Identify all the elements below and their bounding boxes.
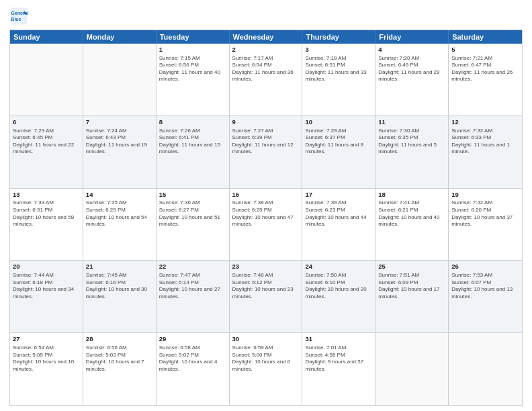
calendar-cell: 1Sunrise: 7:15 AMSunset: 6:56 PMDaylight… <box>157 44 230 116</box>
day-number: 17 <box>305 191 372 199</box>
day-number: 30 <box>232 335 300 344</box>
calendar-page: General Blue SundayMondayTuesdayWednesda… <box>0 0 532 411</box>
cell-info: Sunrise: 7:20 AMSunset: 6:49 PMDaylight:… <box>378 55 445 83</box>
calendar-cell: 28Sunrise: 6:56 AMSunset: 5:03 PMDayligh… <box>83 333 157 405</box>
day-number: 3 <box>305 46 372 54</box>
day-number: 28 <box>86 335 153 344</box>
calendar-cell: 9Sunrise: 7:27 AMSunset: 6:39 PMDaylight… <box>230 116 303 188</box>
calendar-cell: 15Sunrise: 7:36 AMSunset: 6:27 PMDayligh… <box>157 189 230 261</box>
svg-rect-0 <box>11 8 28 25</box>
cell-info: Sunrise: 7:01 AMSunset: 4:58 PMDaylight:… <box>305 345 372 373</box>
svg-text:Blue: Blue <box>11 17 21 21</box>
day-number: 8 <box>159 118 226 127</box>
cell-info: Sunrise: 7:18 AMSunset: 6:51 PMDaylight:… <box>305 55 372 83</box>
cell-info: Sunrise: 7:30 AMSunset: 6:35 PMDaylight:… <box>378 128 445 156</box>
cell-info: Sunrise: 7:15 AMSunset: 6:56 PMDaylight:… <box>159 55 226 83</box>
cell-info: Sunrise: 7:23 AMSunset: 6:45 PMDaylight:… <box>13 128 80 156</box>
calendar-cell: 24Sunrise: 7:50 AMSunset: 6:10 PMDayligh… <box>302 261 375 332</box>
day-number: 24 <box>305 263 372 271</box>
cell-info: Sunrise: 7:36 AMSunset: 6:27 PMDaylight:… <box>159 199 226 228</box>
calendar-cell: 6Sunrise: 7:23 AMSunset: 6:45 PMDaylight… <box>10 116 83 188</box>
cell-info: Sunrise: 7:27 AMSunset: 6:39 PMDaylight:… <box>232 128 300 156</box>
day-number: 11 <box>378 118 445 127</box>
day-number: 12 <box>451 118 519 127</box>
cell-info: Sunrise: 6:54 AMSunset: 5:05 PMDaylight:… <box>13 345 80 373</box>
cell-info: Sunrise: 6:59 AMSunset: 5:00 PMDaylight:… <box>232 345 300 373</box>
day-number: 13 <box>13 191 80 199</box>
calendar-cell: 20Sunrise: 7:44 AMSunset: 6:18 PMDayligh… <box>10 261 83 332</box>
day-number: 29 <box>159 335 226 344</box>
calendar-cell: 26Sunrise: 7:53 AMSunset: 6:07 PMDayligh… <box>449 261 522 332</box>
header-day-tuesday: Tuesday <box>157 30 230 44</box>
cell-info: Sunrise: 7:29 AMSunset: 6:37 PMDaylight:… <box>305 128 372 156</box>
calendar-cell: 2Sunrise: 7:17 AMSunset: 6:54 PMDaylight… <box>230 44 303 116</box>
cell-info: Sunrise: 7:26 AMSunset: 6:41 PMDaylight:… <box>159 128 226 156</box>
calendar-cell: 3Sunrise: 7:18 AMSunset: 6:51 PMDaylight… <box>302 44 375 116</box>
calendar-cell: 11Sunrise: 7:30 AMSunset: 6:35 PMDayligh… <box>375 116 449 188</box>
calendar-cell: 10Sunrise: 7:29 AMSunset: 6:37 PMDayligh… <box>302 116 375 188</box>
calendar-cell: 7Sunrise: 7:24 AMSunset: 6:43 PMDaylight… <box>83 116 157 188</box>
calendar-cell <box>449 333 522 405</box>
cell-info: Sunrise: 7:38 AMSunset: 6:25 PMDaylight:… <box>232 199 300 228</box>
day-number: 31 <box>305 335 372 344</box>
calendar-cell: 8Sunrise: 7:26 AMSunset: 6:41 PMDaylight… <box>157 116 230 188</box>
day-number: 22 <box>159 263 226 271</box>
cell-info: Sunrise: 7:35 AMSunset: 6:29 PMDaylight:… <box>86 199 153 228</box>
cell-info: Sunrise: 7:45 AMSunset: 6:16 PMDaylight:… <box>86 272 153 300</box>
calendar-row-2: 13Sunrise: 7:33 AMSunset: 6:31 PMDayligh… <box>10 188 522 261</box>
calendar: SundayMondayTuesdayWednesdayThursdayFrid… <box>9 30 523 406</box>
day-number: 18 <box>378 191 445 199</box>
day-number: 26 <box>451 263 519 271</box>
day-number: 21 <box>86 263 153 271</box>
day-number: 5 <box>451 46 519 54</box>
day-number: 2 <box>232 46 300 54</box>
cell-info: Sunrise: 7:21 AMSunset: 6:47 PMDaylight:… <box>451 55 519 83</box>
day-number: 7 <box>86 118 153 127</box>
calendar-cell: 21Sunrise: 7:45 AMSunset: 6:16 PMDayligh… <box>83 261 157 332</box>
day-number: 27 <box>13 335 80 344</box>
logo: General Blue <box>9 7 28 26</box>
calendar-cell: 22Sunrise: 7:47 AMSunset: 6:14 PMDayligh… <box>157 261 230 332</box>
calendar-cell <box>10 44 83 116</box>
cell-info: Sunrise: 7:41 AMSunset: 6:21 PMDaylight:… <box>378 199 445 228</box>
day-number: 10 <box>305 118 372 127</box>
day-number: 4 <box>378 46 445 54</box>
header-day-friday: Friday <box>375 30 449 44</box>
day-number: 14 <box>86 191 153 199</box>
calendar-cell: 27Sunrise: 6:54 AMSunset: 5:05 PMDayligh… <box>10 333 83 405</box>
calendar-cell: 17Sunrise: 7:39 AMSunset: 6:23 PMDayligh… <box>302 189 375 261</box>
calendar-row-3: 20Sunrise: 7:44 AMSunset: 6:18 PMDayligh… <box>10 260 522 332</box>
day-number: 20 <box>13 263 80 271</box>
cell-info: Sunrise: 6:56 AMSunset: 5:03 PMDaylight:… <box>86 345 153 373</box>
cell-info: Sunrise: 7:53 AMSunset: 6:07 PMDaylight:… <box>451 272 519 300</box>
calendar-cell: 16Sunrise: 7:38 AMSunset: 6:25 PMDayligh… <box>230 189 303 261</box>
day-number: 23 <box>232 263 300 271</box>
day-number: 19 <box>451 191 519 199</box>
cell-info: Sunrise: 6:58 AMSunset: 5:02 PMDaylight:… <box>159 345 226 373</box>
calendar-row-0: 1Sunrise: 7:15 AMSunset: 6:56 PMDaylight… <box>10 44 522 116</box>
calendar-cell: 4Sunrise: 7:20 AMSunset: 6:49 PMDaylight… <box>375 44 449 116</box>
day-number: 15 <box>159 191 226 199</box>
calendar-cell: 18Sunrise: 7:41 AMSunset: 6:21 PMDayligh… <box>375 189 449 261</box>
calendar-cell <box>375 333 449 405</box>
calendar-cell: 25Sunrise: 7:51 AMSunset: 6:09 PMDayligh… <box>375 261 449 332</box>
calendar-header: SundayMondayTuesdayWednesdayThursdayFrid… <box>10 30 522 44</box>
cell-info: Sunrise: 7:39 AMSunset: 6:23 PMDaylight:… <box>305 199 372 228</box>
cell-info: Sunrise: 7:50 AMSunset: 6:10 PMDaylight:… <box>305 272 372 300</box>
calendar-cell <box>83 44 157 116</box>
cell-info: Sunrise: 7:17 AMSunset: 6:54 PMDaylight:… <box>232 55 300 83</box>
calendar-cell: 5Sunrise: 7:21 AMSunset: 6:47 PMDaylight… <box>449 44 522 116</box>
calendar-row-1: 6Sunrise: 7:23 AMSunset: 6:45 PMDaylight… <box>10 116 522 188</box>
day-number: 16 <box>232 191 300 199</box>
calendar-cell: 13Sunrise: 7:33 AMSunset: 6:31 PMDayligh… <box>10 189 83 261</box>
cell-info: Sunrise: 7:47 AMSunset: 6:14 PMDaylight:… <box>159 272 226 300</box>
cell-info: Sunrise: 7:44 AMSunset: 6:18 PMDaylight:… <box>13 272 80 300</box>
day-number: 6 <box>13 118 80 127</box>
logo-icon: General Blue <box>9 7 28 26</box>
cell-info: Sunrise: 7:48 AMSunset: 6:12 PMDaylight:… <box>232 272 300 300</box>
calendar-cell: 31Sunrise: 7:01 AMSunset: 4:58 PMDayligh… <box>302 333 375 405</box>
cell-info: Sunrise: 7:32 AMSunset: 6:33 PMDaylight:… <box>451 128 519 156</box>
calendar-cell: 30Sunrise: 6:59 AMSunset: 5:00 PMDayligh… <box>230 333 303 405</box>
cell-info: Sunrise: 7:51 AMSunset: 6:09 PMDaylight:… <box>378 272 445 300</box>
header-day-saturday: Saturday <box>449 30 522 44</box>
